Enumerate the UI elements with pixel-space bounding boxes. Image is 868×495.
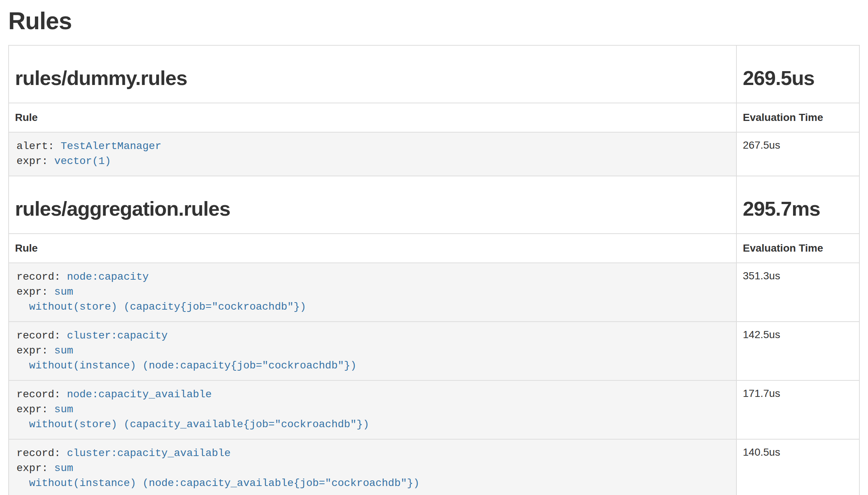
rule-keyword-text: record:	[16, 271, 67, 283]
rule-group-name-cell: rules/dummy.rules	[9, 45, 736, 103]
rule-expression-link[interactable]: sum without(instance) (node:capacity_ava…	[16, 462, 419, 489]
rule-row: record: node:capacity_available expr: su…	[9, 380, 859, 439]
rule-evaluation-time: 267.5us	[736, 132, 859, 176]
rule-row: record: node:capacity expr: sum without(…	[9, 263, 859, 322]
rule-name-link[interactable]: node:capacity	[67, 271, 148, 283]
rule-keyword-text: record:	[16, 389, 67, 400]
rule-expression-link[interactable]: sum without(store) (capacity{job="cockro…	[16, 286, 306, 313]
rule-keyword-text: alert:	[16, 140, 61, 152]
rule-definition: record: cluster:capacity_available expr:…	[9, 440, 736, 495]
rule-group-row: rules/dummy.rules269.5us	[9, 45, 859, 103]
rule-group-name: rules/dummy.rules	[15, 67, 730, 89]
rule-evaluation-time: 171.7us	[736, 380, 859, 439]
rule-group-name: rules/aggregation.rules	[15, 197, 730, 220]
rule-keyword-text: record:	[16, 330, 67, 341]
rules-page: Rules rules/dummy.rules269.5usRuleEvalua…	[8, 8, 860, 495]
rule-keyword-text: expr:	[16, 345, 54, 356]
rule-definition: record: node:capacity_available expr: su…	[9, 381, 736, 439]
column-header-evaluation-time: Evaluation Time	[736, 103, 859, 132]
rule-definition-cell: record: node:capacity_available expr: su…	[9, 380, 736, 439]
rule-row: record: cluster:capacity_available expr:…	[9, 439, 859, 495]
rule-name-link[interactable]: TestAlertManager	[61, 140, 162, 152]
rule-evaluation-time: 140.5us	[736, 439, 859, 495]
rule-definition: alert: TestAlertManager expr: vector(1)	[9, 133, 736, 176]
column-header-row: RuleEvaluation Time	[9, 103, 859, 132]
rules-table: rules/dummy.rules269.5usRuleEvaluation T…	[8, 45, 860, 495]
rule-keyword-text: expr:	[16, 404, 54, 415]
rule-row: record: cluster:capacity expr: sum witho…	[9, 322, 859, 380]
rule-group-name-cell: rules/aggregation.rules	[9, 176, 736, 234]
column-header-evaluation-time: Evaluation Time	[736, 234, 859, 263]
rule-expression-link[interactable]: vector(1)	[54, 155, 111, 167]
rule-expression-link[interactable]: sum without(instance) (node:capacity{job…	[16, 345, 356, 371]
rule-name-link[interactable]: cluster:capacity	[67, 330, 168, 341]
rule-evaluation-time: 142.5us	[736, 322, 859, 380]
rule-name-link[interactable]: cluster:capacity_available	[67, 447, 230, 459]
rule-name-link[interactable]: node:capacity_available	[67, 389, 211, 400]
rule-keyword-text: expr:	[16, 155, 54, 167]
rule-group-evaluation-time: 269.5us	[743, 67, 853, 89]
rule-definition: record: cluster:capacity expr: sum witho…	[9, 322, 736, 380]
rule-keyword-text: expr:	[16, 462, 54, 474]
page-title: Rules	[8, 8, 860, 34]
column-header-rule: Rule	[9, 234, 736, 263]
rule-row: alert: TestAlertManager expr: vector(1)2…	[9, 132, 859, 176]
column-header-rule: Rule	[9, 103, 736, 132]
rule-expression-link[interactable]: sum without(store) (capacity_available{j…	[16, 404, 369, 430]
rule-definition-cell: record: cluster:capacity_available expr:…	[9, 439, 736, 495]
rule-keyword-text: record:	[16, 447, 67, 459]
column-header-row: RuleEvaluation Time	[9, 234, 859, 263]
rule-definition-cell: alert: TestAlertManager expr: vector(1)	[9, 132, 736, 176]
rules-table-body: rules/dummy.rules269.5usRuleEvaluation T…	[9, 45, 859, 495]
rule-definition-cell: record: node:capacity expr: sum without(…	[9, 263, 736, 322]
rule-group-time-cell: 269.5us	[736, 45, 859, 103]
rule-definition-cell: record: cluster:capacity expr: sum witho…	[9, 322, 736, 380]
rule-group-evaluation-time: 295.7ms	[743, 197, 853, 220]
rule-definition: record: node:capacity expr: sum without(…	[9, 263, 736, 321]
rule-group-row: rules/aggregation.rules295.7ms	[9, 176, 859, 234]
rule-keyword-text: expr:	[16, 286, 54, 298]
rule-group-time-cell: 295.7ms	[736, 176, 859, 234]
rule-evaluation-time: 351.3us	[736, 263, 859, 322]
